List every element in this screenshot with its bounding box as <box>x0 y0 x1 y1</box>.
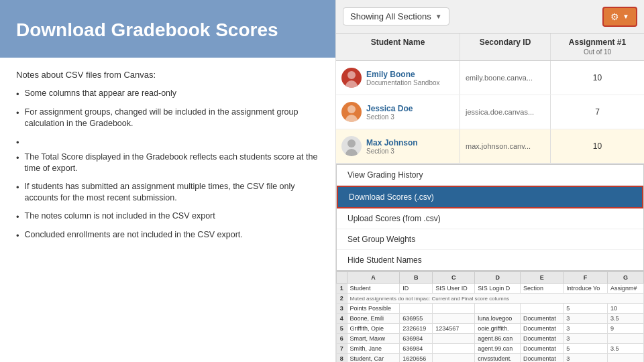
row-number: 5 <box>337 324 347 334</box>
sheet-cell[interactable]: 3 <box>564 314 608 324</box>
table-row: 5 Griffith, Opie 2326619 1234567 ooie.gr… <box>337 324 644 334</box>
upload-scores-item[interactable]: Upload Scores (from .csv) <box>337 208 643 229</box>
sheet-cell[interactable] <box>433 314 475 324</box>
set-group-weights-item[interactable]: Set Group Weights <box>337 229 643 250</box>
sheet-cell[interactable]: SIS Login D <box>475 284 521 294</box>
sheet-cell[interactable] <box>433 334 475 344</box>
row-number: 2 <box>337 294 347 304</box>
svg-point-0 <box>347 71 356 79</box>
sheet-cell[interactable]: Documentat <box>521 314 564 324</box>
svg-point-4 <box>347 139 356 147</box>
sheet-cell[interactable]: Documentat <box>521 334 564 344</box>
svg-point-1 <box>345 80 358 88</box>
sheet-cell[interactable]: agent.86.can <box>475 334 521 344</box>
sheet-cell[interactable]: luna.lovegoo <box>475 314 521 324</box>
sheet-cell[interactable]: Student, Car <box>347 354 400 363</box>
sheet-cell[interactable]: Documentat <box>521 324 564 334</box>
bullet-icon: • <box>16 137 19 149</box>
bullet-icon: • <box>16 182 19 194</box>
assignment-column-header: Assignment #1 Out of 10 <box>551 34 644 60</box>
sheet-cell[interactable]: Smith, Jane <box>347 344 400 354</box>
hide-student-names-item[interactable]: Hide Student Names <box>337 250 643 270</box>
row-number: 4 <box>337 314 347 324</box>
sheet-cell[interactable] <box>433 304 475 314</box>
table-row: 6 Smart, Maxw 636984 agent.86.can Docume… <box>337 334 644 344</box>
sheet-cell[interactable] <box>607 334 643 344</box>
secondary-id-cell: jessica.doe.canvas... <box>460 95 551 129</box>
sheet-cell[interactable]: Griffith, Opie <box>347 324 400 334</box>
sheet-cell[interactable] <box>521 304 564 314</box>
sheet-cell[interactable]: Student <box>347 284 400 294</box>
sheet-cell[interactable]: ID <box>400 284 433 294</box>
svg-point-5 <box>345 149 358 156</box>
sheet-cell[interactable] <box>607 354 643 363</box>
sheet-cell[interactable]: 5 <box>564 344 608 354</box>
notes-label: Notes about CSV files from Canvas: <box>16 70 319 80</box>
list-item: • Some columns that appear are read-only <box>16 88 319 101</box>
sheet-header-row: A B C D E F G <box>337 272 644 284</box>
sheet-cell[interactable]: 1234567 <box>433 324 475 334</box>
sheet-cell[interactable]: 2326619 <box>400 324 433 334</box>
table-row[interactable]: Max Johnson Section 3 max.johnson.canv..… <box>336 129 644 164</box>
svg-point-3 <box>345 115 358 122</box>
sheet-cell[interactable]: ooie.griffith. <box>475 324 521 334</box>
sheet-cell[interactable]: 3 <box>564 354 608 363</box>
sheet-cell[interactable]: 1620656 <box>400 354 433 363</box>
table-row: 2 Muted assignments do not impac: Curren… <box>337 294 644 304</box>
row-number: 8 <box>337 354 347 363</box>
sheet-cell[interactable]: 10 <box>607 304 643 314</box>
table-row[interactable]: Jessica Doe Section 3 jessica.doe.canvas… <box>336 95 644 129</box>
sheet-cell[interactable]: cnvsstudent. <box>475 354 521 363</box>
sheet-cell[interactable] <box>475 304 521 314</box>
sheet-cell[interactable]: 3 <box>564 324 608 334</box>
left-panel: Download Gradebook Scores Notes about CS… <box>0 0 335 362</box>
gradebook-header: Student Name Secondary ID Assignment #1 … <box>336 34 644 61</box>
sheet-cell[interactable]: 636955 <box>400 314 433 324</box>
table-row[interactable]: Emily Boone Documentation Sandbox emily.… <box>336 61 644 95</box>
download-scores-item[interactable]: Download Scores (.csv) <box>337 186 643 208</box>
view-grading-history-item[interactable]: View Grading History <box>337 165 643 186</box>
sheet-cell[interactable]: 3.5 <box>607 344 643 354</box>
sheet-cell[interactable]: 5 <box>564 304 608 314</box>
student-name: Emily Boone <box>366 70 440 79</box>
dropdown-menu: View Grading History Download Scores (.c… <box>336 164 644 271</box>
sheet-cell[interactable]: SIS User ID <box>433 284 475 294</box>
sheet-cell: Muted assignments do not impac: Current … <box>347 294 643 304</box>
sheet-cell[interactable]: 636984 <box>400 344 433 354</box>
list-item-text: For assignment groups, changed will be i… <box>25 107 319 130</box>
student-rows: Emily Boone Documentation Sandbox emily.… <box>336 61 644 164</box>
bullet-icon: • <box>16 230 19 242</box>
sheet-col-header-a: A <box>347 272 400 284</box>
sheet-cell[interactable] <box>400 304 433 314</box>
spreadsheet: A B C D E F G 1 Student ID SIS User ID S… <box>336 271 644 362</box>
sections-button[interactable]: Showing All Sections ▼ <box>343 7 449 25</box>
sheet-cell[interactable]: Smart, Maxw <box>347 334 400 344</box>
table-row: 8 Student, Car 1620656 cnvsstudent. Docu… <box>337 354 644 363</box>
student-name: Max Johnson <box>366 138 418 147</box>
list-item: • Concluded enrollments are not included… <box>16 229 319 242</box>
secondary-id-column-header: Secondary ID <box>460 34 551 60</box>
list-item: • For assignment groups, changed will be… <box>16 107 319 130</box>
student-info: Emily Boone Documentation Sandbox <box>366 70 440 86</box>
secondary-id-cell: emily.boone.canva... <box>460 61 551 95</box>
table-row: 4 Boone, Emili 636955 luna.lovegoo Docum… <box>337 314 644 324</box>
sheet-cell[interactable]: Section <box>521 284 564 294</box>
sheet-cell[interactable]: 3 <box>564 334 608 344</box>
svg-point-2 <box>347 105 356 113</box>
sheet-cell[interactable]: Points Possible <box>347 304 400 314</box>
sheet-cell[interactable]: Documentat <box>521 344 564 354</box>
sheet-cell[interactable]: Documentat <box>521 354 564 363</box>
list-item: • The Total Score displayed in the Grade… <box>16 152 319 175</box>
sheet-cell[interactable]: 3.5 <box>607 314 643 324</box>
sheet-cell[interactable]: 9 <box>607 324 643 334</box>
bullet-list: • Some columns that appear are read-only… <box>16 88 319 243</box>
sheet-cell[interactable] <box>433 344 475 354</box>
sheet-cell[interactable]: Assignm# <box>607 284 643 294</box>
sheet-cell[interactable]: Introduce Yo <box>564 284 608 294</box>
sheet-cell[interactable] <box>433 354 475 363</box>
table-row: 1 Student ID SIS User ID SIS Login D Sec… <box>337 284 644 294</box>
gear-dropdown-button[interactable]: ⚙ ▼ <box>602 7 637 27</box>
sheet-cell[interactable]: agent.99.can <box>475 344 521 354</box>
sheet-cell[interactable]: Boone, Emili <box>347 314 400 324</box>
sheet-cell[interactable]: 636984 <box>400 334 433 344</box>
